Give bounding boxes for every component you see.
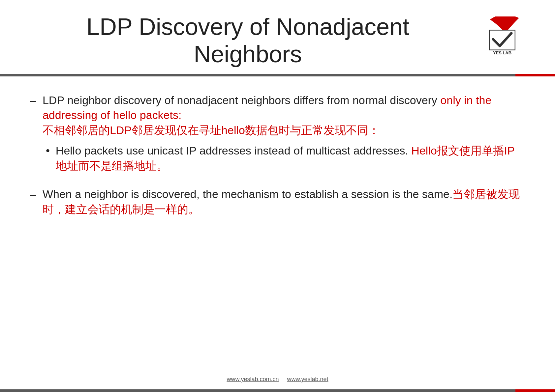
sub-bullet-text-1: Hello packets use unicast IP addresses i… <box>56 143 525 174</box>
bottom-divider <box>0 389 555 392</box>
header: LDP Discovery of Nonadjacent Neighbors Y… <box>0 0 555 68</box>
sub-bullet-item-1: • Hello packets use unicast IP addresses… <box>46 143 525 174</box>
bullet-text-1: LDP neighbor discovery of nonadjacent ne… <box>43 93 525 177</box>
bullet2-black: When a neighbor is discovered, the mecha… <box>43 188 453 200</box>
yeslab-logo-icon: YES LAB <box>482 16 522 56</box>
svg-text:YES LAB: YES LAB <box>493 50 511 55</box>
divider-gray <box>0 74 515 76</box>
subbullet-black: Hello packets use unicast IP addresses i… <box>56 144 412 157</box>
title-line2: Neighbors <box>194 41 302 67</box>
bullet-text-2: When a neighbor is discovered, the mecha… <box>43 187 525 217</box>
bullet-dash-2: – <box>30 187 36 201</box>
footer-bar-gray <box>0 389 515 392</box>
title-line1: LDP Discovery of Nonadjacent <box>86 14 409 40</box>
content-area: – LDP neighbor discovery of nonadjacent … <box>0 76 555 371</box>
bullet1-red2: 不相邻邻居的LDP邻居发现仅在寻址hello数据包时与正常发现不同： <box>43 124 380 136</box>
logo-container: YES LAB <box>469 10 535 63</box>
divider-red <box>515 74 555 76</box>
top-divider <box>0 74 555 76</box>
slide: LDP Discovery of Nonadjacent Neighbors Y… <box>0 0 555 392</box>
footer-link-2[interactable]: www.yeslab.net <box>287 376 328 382</box>
footer-bar-red <box>515 389 555 392</box>
bullet-item-2: – When a neighbor is discovered, the mec… <box>30 187 525 217</box>
bullet-dash-1: – <box>30 93 36 107</box>
sub-bullets: • Hello packets use unicast IP addresses… <box>46 143 525 174</box>
bullet-item-1: – LDP neighbor discovery of nonadjacent … <box>30 93 525 177</box>
footer-link-1[interactable]: www.yeslab.com.cn <box>227 376 279 382</box>
slide-title: LDP Discovery of Nonadjacent Neighbors <box>26 13 529 68</box>
bullet1-black1: LDP neighbor discovery of nonadjacent ne… <box>43 94 440 106</box>
sub-bullet-dot: • <box>46 143 50 158</box>
footer: www.yeslab.com.cn www.yeslab.net <box>0 371 555 389</box>
